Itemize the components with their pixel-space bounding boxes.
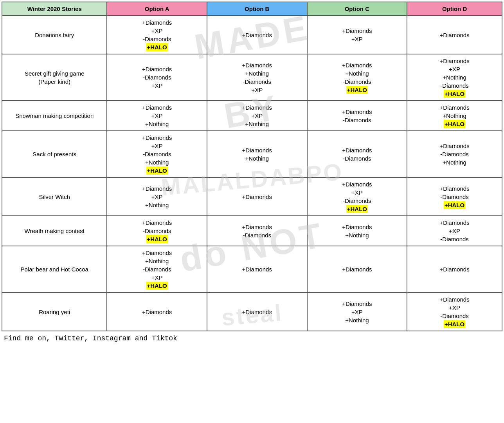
table-row: Wreath making contest+Diamonds-Diamonds+… bbox=[2, 216, 502, 246]
reward-item: +Nothing bbox=[309, 231, 405, 239]
halo-badge: +HALO bbox=[146, 166, 168, 175]
table-row: Donations fairy+Diamonds+XP-Diamonds+HAL… bbox=[2, 16, 502, 54]
option-b-cell: +Diamonds+XP+Nothing bbox=[207, 101, 307, 131]
reward-item: -Diamonds bbox=[109, 265, 205, 273]
reward-item: +XP bbox=[109, 273, 205, 282]
reward-item: +Nothing bbox=[409, 73, 500, 81]
reward-item: +XP bbox=[109, 27, 205, 35]
reward-item: +Diamonds bbox=[209, 61, 305, 69]
reward-item: +Diamonds bbox=[209, 31, 305, 39]
reward-item: +XP bbox=[109, 112, 205, 120]
option-c-cell: +Diamonds+XP-Diamonds+HALO bbox=[307, 177, 407, 216]
option-b-cell: +Diamonds-Diamonds bbox=[207, 216, 307, 246]
reward-item: +Diamonds bbox=[409, 142, 500, 150]
halo-badge: +HALO bbox=[146, 282, 168, 290]
option-c-cell: +Diamonds-Diamonds bbox=[307, 101, 407, 131]
reward-item: -Diamonds bbox=[209, 78, 305, 86]
table-row: Snowman making competition+Diamonds+XP+N… bbox=[2, 101, 502, 131]
option-b-cell: +Diamonds bbox=[207, 293, 307, 331]
reward-item: +Diamonds bbox=[309, 27, 405, 35]
header-option-a: Option A bbox=[107, 2, 207, 16]
option-b-cell: +Diamonds bbox=[207, 16, 307, 54]
reward-item: +XP bbox=[409, 227, 500, 235]
reward-item: +Nothing bbox=[109, 257, 205, 265]
reward-item: +Diamonds bbox=[109, 65, 205, 73]
rewards-table: Winter 2020 Stories Option A Option B Op… bbox=[2, 2, 502, 331]
reward-item: +Diamonds bbox=[109, 308, 205, 316]
option-a-cell: +Diamonds-Diamonds+HALO bbox=[107, 216, 207, 246]
story-cell: Sack of presents bbox=[2, 131, 107, 177]
reward-item: -Diamonds bbox=[409, 235, 500, 243]
reward-item: +XP bbox=[109, 193, 205, 201]
reward-item: +Nothing bbox=[209, 120, 305, 128]
main-container: MADE BY MALALDABPO do NOT steal Winter 2… bbox=[0, 0, 504, 345]
reward-item: -Diamonds bbox=[309, 116, 405, 124]
option-c-cell: +Diamonds+Nothing bbox=[307, 216, 407, 246]
reward-item: -Diamonds bbox=[409, 312, 500, 320]
reward-item: +Diamonds bbox=[309, 146, 405, 154]
option-a-cell: +Diamonds+XP-Diamonds+Nothing+HALO bbox=[107, 131, 207, 177]
story-cell: Wreath making contest bbox=[2, 216, 107, 246]
option-d-cell: +Diamonds+XP-Diamonds+HALO bbox=[407, 293, 502, 331]
reward-item: +Diamonds bbox=[409, 265, 500, 273]
reward-item: +Diamonds bbox=[209, 103, 305, 112]
reward-item: +XP bbox=[409, 304, 500, 312]
reward-item: +Diamonds bbox=[309, 108, 405, 116]
reward-item: +Diamonds bbox=[109, 103, 205, 112]
reward-item: -Diamonds bbox=[409, 81, 500, 90]
story-cell: Polar bear and Hot Cocoa bbox=[2, 246, 107, 293]
story-cell: Roaring yeti bbox=[2, 293, 107, 331]
table-row: Secret gift giving game (Paper kind)+Dia… bbox=[2, 54, 502, 101]
option-c-cell: +Diamonds+Nothing-Diamonds+HALO bbox=[307, 54, 407, 101]
halo-badge: +HALO bbox=[444, 320, 465, 328]
option-b-cell: +Diamonds+Nothing bbox=[207, 131, 307, 177]
reward-item: -Diamonds bbox=[409, 150, 500, 158]
table-row: Roaring yeti+Diamonds+Diamonds+Diamonds+… bbox=[2, 293, 502, 331]
reward-item: -Diamonds bbox=[209, 231, 305, 239]
halo-badge: +HALO bbox=[444, 201, 465, 209]
option-d-cell: +Diamonds+XP-Diamonds bbox=[407, 216, 502, 246]
reward-item: -Diamonds bbox=[309, 78, 405, 86]
reward-item: -Diamonds bbox=[409, 193, 500, 201]
option-b-cell: +Diamonds bbox=[207, 177, 307, 216]
reward-item: +Diamonds bbox=[409, 57, 500, 65]
option-c-cell: +Diamonds+XP bbox=[307, 16, 407, 54]
reward-item: +Nothing bbox=[409, 112, 500, 120]
option-a-cell: +Diamonds+XP+Nothing bbox=[107, 177, 207, 216]
reward-item: -Diamonds bbox=[109, 73, 205, 81]
footer-text: Find me on, Twitter, Instagram and Tikto… bbox=[2, 331, 502, 344]
reward-item: +Nothing bbox=[309, 316, 405, 324]
reward-item: +Nothing bbox=[209, 69, 305, 78]
option-d-cell: +Diamonds bbox=[407, 246, 502, 293]
reward-item: +Diamonds bbox=[209, 223, 305, 231]
option-d-cell: +Diamonds+XP+Nothing-Diamonds+HALO bbox=[407, 54, 502, 101]
reward-item: -Diamonds bbox=[109, 35, 205, 43]
header-option-b: Option B bbox=[207, 2, 307, 16]
reward-item: +Diamonds bbox=[409, 219, 500, 227]
reward-item: +Diamonds bbox=[209, 146, 305, 154]
reward-item: +Diamonds bbox=[209, 308, 305, 316]
option-a-cell: +Diamonds bbox=[107, 293, 207, 331]
reward-item: +Nothing bbox=[209, 154, 305, 163]
reward-item: +Diamonds bbox=[109, 219, 205, 227]
reward-item: +Diamonds bbox=[309, 223, 405, 231]
reward-item: +Diamonds bbox=[109, 134, 205, 142]
table-row: Sack of presents+Diamonds+XP-Diamonds+No… bbox=[2, 131, 502, 177]
story-cell: Donations fairy bbox=[2, 16, 107, 54]
option-a-cell: +Diamonds+Nothing-Diamonds+XP+HALO bbox=[107, 246, 207, 293]
reward-item: +XP bbox=[309, 188, 405, 197]
reward-item: +Diamonds bbox=[409, 295, 500, 304]
reward-item: -Diamonds bbox=[109, 227, 205, 235]
reward-item: +Diamonds bbox=[209, 265, 305, 273]
story-cell: Silver Witch bbox=[2, 177, 107, 216]
option-d-cell: +Diamonds+Nothing+HALO bbox=[407, 101, 502, 131]
reward-item: +Nothing bbox=[309, 69, 405, 78]
halo-badge: +HALO bbox=[146, 235, 168, 243]
halo-badge: +HALO bbox=[444, 90, 465, 98]
reward-item: +Diamonds bbox=[109, 249, 205, 257]
reward-item: +Diamonds bbox=[409, 31, 500, 39]
option-c-cell: +Diamonds-Diamonds bbox=[307, 131, 407, 177]
reward-item: +XP bbox=[109, 142, 205, 150]
reward-item: +Diamonds bbox=[109, 18, 205, 27]
story-cell: Snowman making competition bbox=[2, 101, 107, 131]
